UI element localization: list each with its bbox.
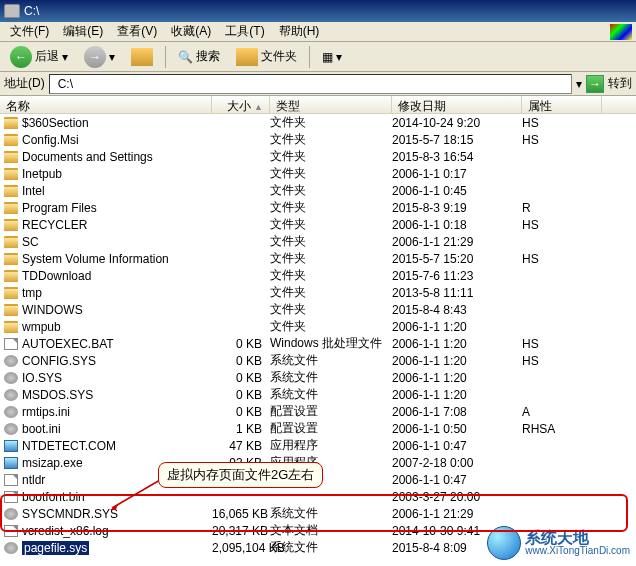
table-row[interactable]: tmp文件夹2013-5-8 11:11 (0, 284, 636, 301)
header-size[interactable]: 大小▲ (212, 96, 270, 113)
up-button[interactable] (125, 44, 159, 70)
table-row[interactable]: SC文件夹2006-1-1 21:29 (0, 233, 636, 250)
file-icon (4, 338, 18, 350)
file-date: 2015-8-4 8:43 (392, 303, 522, 317)
file-date: 2003-3-27 20:00 (392, 490, 522, 504)
chevron-down-icon: ▾ (109, 50, 115, 64)
menu-file[interactable]: 文件(F) (4, 21, 55, 42)
file-name: System Volume Information (22, 252, 169, 266)
menubar: 文件(F) 编辑(E) 查看(V) 收藏(A) 工具(T) 帮助(H) (0, 22, 636, 42)
table-row[interactable]: Documents and Settings文件夹2015-8-3 16:54 (0, 148, 636, 165)
gear-icon (4, 508, 18, 520)
table-row[interactable]: RECYCLER文件夹2006-1-1 0:18HS (0, 216, 636, 233)
file-name: boot.ini (22, 422, 61, 436)
file-date: 2006-1-1 0:50 (392, 422, 522, 436)
go-button[interactable]: → (586, 75, 604, 93)
gear-icon (4, 355, 18, 367)
folders-button[interactable]: 文件夹 (230, 44, 303, 70)
search-button[interactable]: 🔍 搜索 (172, 44, 226, 69)
table-row[interactable]: Inetpub文件夹2006-1-1 0:17 (0, 165, 636, 182)
exe-icon (4, 457, 18, 469)
windows-logo-icon (610, 24, 632, 40)
folder-icon (4, 202, 18, 214)
back-button[interactable]: ← 后退 ▾ (4, 42, 74, 72)
file-date: 2006-1-1 0:45 (392, 184, 522, 198)
folder-icon (4, 151, 18, 163)
views-button[interactable]: ▦▾ (316, 46, 348, 68)
table-row[interactable]: TDDownload文件夹2015-7-6 11:23 (0, 267, 636, 284)
header-date[interactable]: 修改日期 (392, 96, 522, 113)
file-type: 系统文件 (270, 539, 392, 556)
table-row[interactable]: System Volume Information文件夹2015-5-7 15:… (0, 250, 636, 267)
file-name: SC (22, 235, 39, 249)
address-input[interactable]: C:\ (49, 74, 572, 94)
gear-icon (4, 372, 18, 384)
file-type: 文件夹 (270, 148, 392, 165)
file-date: 2014-10-24 9:20 (392, 116, 522, 130)
file-date: 2006-1-1 0:47 (392, 473, 522, 487)
file-name: MSDOS.SYS (22, 388, 93, 402)
titlebar[interactable]: C:\ (0, 0, 636, 22)
menu-favorites[interactable]: 收藏(A) (165, 21, 217, 42)
gear-icon (4, 542, 18, 554)
file-name: Program Files (22, 201, 97, 215)
annotation-arrow (110, 478, 165, 510)
watermark-url: www.XiTongTianDi.com (525, 545, 630, 556)
address-label: 地址(D) (4, 75, 45, 92)
table-row[interactable]: MSDOS.SYS0 KB系统文件2006-1-1 1:20 (0, 386, 636, 403)
menu-view[interactable]: 查看(V) (111, 21, 163, 42)
file-attr: A (522, 405, 602, 419)
table-row[interactable]: $360Section文件夹2014-10-24 9:20HS (0, 114, 636, 131)
table-row[interactable]: WINDOWS文件夹2015-8-4 8:43 (0, 301, 636, 318)
table-row[interactable]: bootfont.bin2003-3-27 20:00 (0, 488, 636, 505)
table-row[interactable]: boot.ini1 KB配置设置2006-1-1 0:50RHSA (0, 420, 636, 437)
table-row[interactable]: rmtips.ini0 KB配置设置2006-1-1 7:08A (0, 403, 636, 420)
table-row[interactable]: Config.Msi文件夹2015-5-7 18:15HS (0, 131, 636, 148)
file-size: 47 KB (212, 439, 270, 453)
menu-help[interactable]: 帮助(H) (273, 21, 326, 42)
file-name: CONFIG.SYS (22, 354, 96, 368)
table-row[interactable]: Program Files文件夹2015-8-3 9:19R (0, 199, 636, 216)
header-type[interactable]: 类型 (270, 96, 392, 113)
address-dropdown[interactable]: ▾ (576, 77, 582, 91)
file-type: 系统文件 (270, 352, 392, 369)
file-date: 2006-1-1 21:29 (392, 235, 522, 249)
menu-edit[interactable]: 编辑(E) (57, 21, 109, 42)
file-type: 系统文件 (270, 505, 392, 522)
annotation-callout: 虚拟内存页面文件2G左右 (158, 462, 323, 488)
file-type: 文件夹 (270, 216, 392, 233)
menu-tools[interactable]: 工具(T) (219, 21, 270, 42)
table-row[interactable]: CONFIG.SYS0 KB系统文件2006-1-1 1:20HS (0, 352, 636, 369)
table-row[interactable]: IO.SYS0 KB系统文件2006-1-1 1:20 (0, 369, 636, 386)
folder-up-icon (131, 48, 153, 66)
table-row[interactable]: wmpub文件夹2006-1-1 1:20 (0, 318, 636, 335)
file-date: 2006-1-1 1:20 (392, 388, 522, 402)
header-name[interactable]: 名称 (0, 96, 212, 113)
file-size: 0 KB (212, 371, 270, 385)
file-date: 2015-5-7 15:20 (392, 252, 522, 266)
toolbar: ← 后退 ▾ → ▾ 🔍 搜索 文件夹 ▦▾ (0, 42, 636, 72)
table-row[interactable]: AUTOEXEC.BAT0 KBWindows 批处理文件2006-1-1 1:… (0, 335, 636, 352)
file-attr: HS (522, 252, 602, 266)
folder-icon (4, 168, 18, 180)
file-type: Windows 批处理文件 (270, 335, 392, 352)
file-type: 文件夹 (270, 267, 392, 284)
folder-icon (4, 321, 18, 333)
file-type: 文件夹 (270, 199, 392, 216)
file-icon (4, 474, 18, 486)
file-date: 2006-1-1 0:17 (392, 167, 522, 181)
file-date: 2013-5-8 11:11 (392, 286, 522, 300)
svg-line-0 (112, 480, 160, 508)
file-size: 0 KB (212, 405, 270, 419)
table-row[interactable]: Intel文件夹2006-1-1 0:45 (0, 182, 636, 199)
file-date: 2015-5-7 18:15 (392, 133, 522, 147)
file-date: 2015-8-3 16:54 (392, 150, 522, 164)
file-name: SYSCMNDR.SYS (22, 507, 118, 521)
file-name: TDDownload (22, 269, 91, 283)
file-date: 2006-1-1 7:08 (392, 405, 522, 419)
file-date: 2015-8-3 9:19 (392, 201, 522, 215)
file-attr: HS (522, 337, 602, 351)
header-attr[interactable]: 属性 (522, 96, 602, 113)
table-row[interactable]: SYSCMNDR.SYS16,065 KB系统文件2006-1-1 21:29 (0, 505, 636, 522)
table-row[interactable]: NTDETECT.COM47 KB应用程序2006-1-1 0:47 (0, 437, 636, 454)
